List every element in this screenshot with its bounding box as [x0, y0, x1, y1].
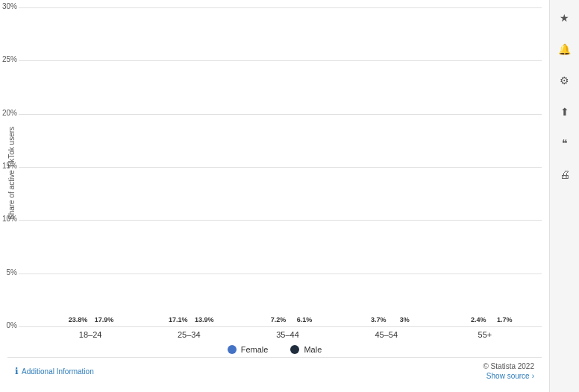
quote-icon[interactable]: ❝	[554, 133, 575, 154]
statista-credit: © Statista 2022	[483, 362, 534, 370]
main-container: Share of active TikTok users 30%25%20%15…	[0, 0, 579, 392]
legend-item-male: Male	[290, 345, 322, 354]
x-axis: 18–2425–3435–4445–5455+	[19, 330, 542, 339]
bar-female-label-0: 23.8%	[69, 316, 88, 323]
grid-label-10: 10%	[0, 215, 17, 223]
grid-label-25: 25%	[0, 55, 17, 63]
star-icon[interactable]: ★	[554, 7, 575, 28]
bars-wrapper: 23.8%17.9%17.1%13.9%7.2%6.1%3.7%3%2.4%1.…	[41, 7, 542, 326]
grid-label-20: 20%	[0, 109, 17, 117]
bar-male-label-2: 6.1%	[297, 316, 313, 323]
bar-female-label-1: 17.1%	[169, 316, 188, 323]
x-label-2: 35–44	[238, 330, 337, 339]
legend-label-female: Female	[241, 345, 269, 354]
info-icon: ℹ	[15, 366, 19, 376]
grid-label-0: 0%	[0, 321, 17, 329]
show-source-link[interactable]: Show source ›	[486, 372, 534, 380]
bar-male-label-1: 13.9%	[195, 316, 214, 323]
legend-dot-male	[290, 345, 299, 354]
grid-line-0: 0%	[19, 326, 542, 327]
gear-icon[interactable]: ⚙	[554, 70, 575, 91]
chart-area: Share of active TikTok users 30%25%20%15…	[0, 0, 549, 392]
grid-label-5: 5%	[0, 268, 17, 276]
chart-inner: Share of active TikTok users 30%25%20%15…	[7, 7, 542, 339]
additional-info-label: Additional Information	[22, 367, 94, 376]
chart-content: 30%25%20%15%10%5%0%23.8%17.9%17.1%13.9%7…	[19, 7, 542, 339]
chart-wrapper: Share of active TikTok users 30%25%20%15…	[7, 7, 542, 357]
legend-dot-female	[228, 345, 237, 354]
bar-male-label-4: 1.7%	[497, 316, 513, 323]
legend-item-female: Female	[228, 345, 269, 354]
arrow-icon: ›	[532, 372, 534, 380]
share-icon[interactable]: ⬆	[554, 101, 575, 122]
x-label-3: 45–54	[337, 330, 436, 339]
bar-female-label-3: 3.7%	[371, 316, 386, 323]
bar-male-label-3: 3%	[400, 316, 410, 323]
legend-label-male: Male	[304, 345, 322, 354]
bottom-bar: ℹ Additional Information © Statista 2022…	[7, 357, 542, 385]
sidebar: ★🔔⚙⬆❝🖨	[549, 0, 579, 392]
bar-female-label-2: 7.2%	[271, 316, 287, 323]
print-icon[interactable]: 🖨	[554, 164, 575, 185]
bar-male-label-0: 17.9%	[95, 316, 114, 323]
bottom-right: © Statista 2022 Show source ›	[483, 362, 534, 380]
bar-female-label-4: 2.4%	[471, 316, 486, 323]
x-label-0: 18–24	[41, 330, 140, 339]
additional-info-link[interactable]: ℹ Additional Information	[15, 366, 94, 376]
grid-label-30: 30%	[0, 2, 17, 10]
x-label-4: 55+	[436, 330, 534, 339]
grid-label-15: 15%	[0, 162, 17, 170]
grid-and-bars: 30%25%20%15%10%5%0%23.8%17.9%17.1%13.9%7…	[19, 7, 542, 326]
bell-icon[interactable]: 🔔	[554, 39, 575, 60]
show-source-label: Show source	[486, 372, 530, 380]
x-label-1: 25–34	[140, 330, 238, 339]
legend: FemaleMale	[7, 345, 542, 354]
